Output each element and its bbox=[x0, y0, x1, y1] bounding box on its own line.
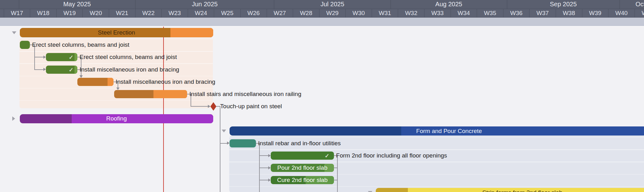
task-label: Install rebar and in-floor utilities bbox=[258, 139, 341, 147]
week-cell-w23: W23 bbox=[161, 9, 188, 17]
week-cell-w20: W20 bbox=[82, 9, 109, 17]
week-label: W30 bbox=[353, 10, 365, 17]
month-cell: Oct 2025 bbox=[619, 0, 644, 9]
month-cell: Jun 2025 bbox=[135, 0, 274, 9]
bar-title: Cure 2nd floor slab bbox=[198, 176, 406, 184]
month-label: Sep 2025 bbox=[550, 1, 577, 8]
task-bar[interactable] bbox=[230, 139, 256, 147]
month-label: Aug 2025 bbox=[435, 1, 462, 8]
week-label: W33 bbox=[431, 10, 444, 17]
week-cell-w24: W24 bbox=[188, 9, 214, 17]
week-cell-w17: W17 bbox=[4, 9, 30, 17]
month-cell: May 2025 bbox=[19, 0, 135, 9]
connector-arrow-down-icon bbox=[80, 75, 83, 78]
disclosure-down-icon[interactable] bbox=[12, 31, 16, 34]
week-label: W34 bbox=[458, 10, 470, 17]
week-label: W28 bbox=[300, 10, 312, 17]
connector-arrow-right-icon bbox=[43, 56, 46, 59]
week-label: W27 bbox=[274, 10, 286, 17]
week-label: W17 bbox=[11, 10, 23, 17]
task-label: Form 2nd floor including all floor openi… bbox=[336, 152, 447, 160]
month-cell: Jul 2025 bbox=[274, 0, 390, 9]
week-cell-w21: W21 bbox=[109, 9, 135, 17]
connector-arrow-right-icon bbox=[227, 141, 230, 145]
week-cell-w39: W39 bbox=[582, 9, 608, 17]
bar-title: Strip forms from 2nd floor slab bbox=[419, 188, 626, 192]
week-cell-w25: W25 bbox=[214, 9, 240, 17]
task-bar-remaining-segment bbox=[108, 78, 114, 86]
connector-line bbox=[35, 69, 43, 70]
checkmark-icon: ✓ bbox=[69, 67, 73, 73]
task-bar[interactable] bbox=[20, 41, 30, 49]
bar-title: Form and Pour Concrete bbox=[345, 126, 553, 136]
today-line bbox=[163, 26, 164, 192]
week-row: W16W17W18W19W20W21W22W23W24W25W26W27W28W… bbox=[0, 9, 644, 18]
bar-title: Pour 2nd floor slab bbox=[198, 164, 406, 172]
month-cell: Sep 2025 bbox=[507, 0, 619, 9]
disclosure-down-icon[interactable] bbox=[222, 130, 226, 132]
week-label: W37 bbox=[536, 10, 549, 17]
week-cell-w33: W33 bbox=[424, 9, 451, 17]
connector-line bbox=[220, 143, 227, 144]
week-label: W23 bbox=[169, 10, 181, 17]
bar-title: Roofing bbox=[13, 114, 220, 124]
week-cell-w41: W41 bbox=[635, 9, 644, 17]
month-label: Jun 2025 bbox=[192, 1, 218, 8]
task-bar-remaining-segment bbox=[75, 66, 77, 74]
disclosure-right-icon[interactable] bbox=[12, 116, 15, 121]
week-cell-w19: W19 bbox=[56, 9, 83, 17]
task-bar[interactable] bbox=[114, 90, 187, 98]
week-label: W21 bbox=[116, 10, 128, 17]
connector-line bbox=[259, 155, 268, 156]
week-label: W41 bbox=[641, 10, 644, 17]
week-cell-w40: W40 bbox=[608, 9, 635, 17]
task-label: Install miscellaneous iron and bracing bbox=[116, 78, 215, 86]
month-label: Oct 2025 bbox=[636, 1, 644, 8]
bar-title: Steel Erection bbox=[13, 28, 220, 37]
task-bar-remaining-segment bbox=[75, 53, 77, 61]
week-cell-w31: W31 bbox=[372, 9, 398, 17]
week-cell-w29: W29 bbox=[319, 9, 346, 17]
month-row: May 2025Jun 2025Jul 2025Aug 2025Sep 2025… bbox=[0, 0, 644, 9]
week-label: W20 bbox=[90, 10, 102, 17]
week-cell-w36: W36 bbox=[503, 9, 530, 17]
week-cell-w37: W37 bbox=[529, 9, 556, 17]
month-cell bbox=[0, 0, 19, 9]
week-label: W24 bbox=[195, 10, 207, 17]
week-cell-w16: W16 bbox=[0, 9, 4, 17]
week-label: W25 bbox=[221, 10, 233, 17]
week-label: W35 bbox=[484, 10, 496, 17]
week-label: W19 bbox=[64, 10, 76, 17]
week-cell-w34: W34 bbox=[451, 9, 477, 17]
task-label: Install stairs and miscellaneous iron ra… bbox=[189, 90, 301, 98]
task-label: Erect steel columns, beams and joist bbox=[80, 53, 177, 61]
collapsed-rows-strip bbox=[0, 18, 644, 27]
checkmark-icon: ✓ bbox=[69, 54, 73, 61]
task-label: Erect steel columns, beams and joist bbox=[32, 41, 129, 49]
task-bar-remaining-segment bbox=[153, 90, 187, 98]
week-label: W36 bbox=[510, 10, 523, 17]
week-cell-w38: W38 bbox=[556, 9, 582, 17]
timeline-header: May 2025Jun 2025Jul 2025Aug 2025Sep 2025… bbox=[0, 0, 644, 26]
connector-arrow-right-icon bbox=[208, 105, 210, 108]
connector-line bbox=[191, 106, 208, 107]
week-cell-w28: W28 bbox=[293, 9, 319, 17]
task-bar[interactable] bbox=[77, 78, 114, 86]
month-cell: Aug 2025 bbox=[391, 0, 507, 9]
connector-line bbox=[35, 57, 43, 57]
week-label: W40 bbox=[615, 10, 628, 17]
week-label: W31 bbox=[379, 10, 391, 17]
task-label: Touch-up paint on steel bbox=[220, 102, 282, 110]
connector-arrow-right-icon bbox=[268, 154, 271, 157]
week-label: W26 bbox=[247, 10, 260, 17]
week-cell-w35: W35 bbox=[477, 9, 503, 17]
week-label: W39 bbox=[589, 10, 601, 17]
week-label: W22 bbox=[142, 10, 154, 17]
connector-arrow-down-icon bbox=[116, 88, 119, 90]
month-label: Jul 2025 bbox=[320, 1, 344, 8]
week-cell-w32: W32 bbox=[398, 9, 424, 17]
week-cell-w26: W26 bbox=[240, 9, 267, 17]
checkmark-icon: ✓ bbox=[325, 152, 330, 159]
week-label: W38 bbox=[563, 10, 575, 17]
week-cell-w22: W22 bbox=[135, 9, 162, 17]
